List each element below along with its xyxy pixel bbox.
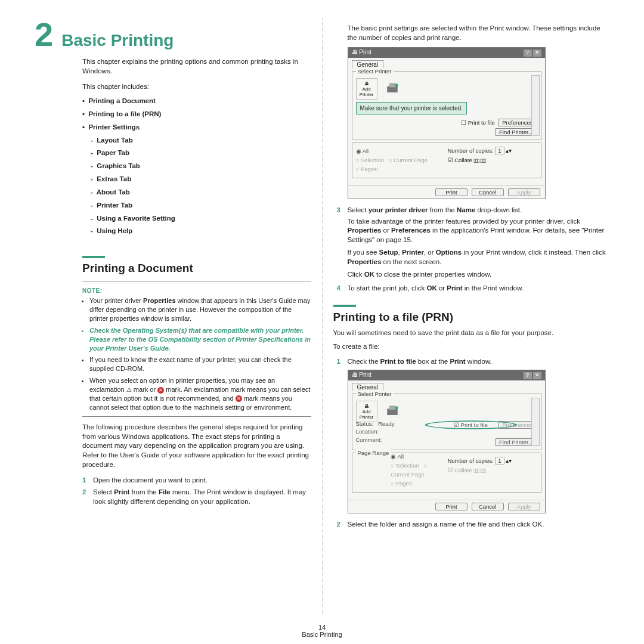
svg-rect-4 xyxy=(389,405,395,410)
fieldset-label: Page Range xyxy=(356,450,391,481)
divider xyxy=(82,281,311,281)
chapter-number: 2 xyxy=(35,18,53,51)
toc-item: • Printing to a file (PRN) xyxy=(82,108,311,121)
toc-subitem: - Layout Tab xyxy=(91,134,311,147)
print-button: Print xyxy=(435,503,467,510)
footer-label: Basic Printing xyxy=(0,631,644,638)
dialog-titlebar: 🖶 Print ?✕ xyxy=(348,370,545,380)
add-printer-icon: 🖶Add Printer xyxy=(356,401,377,422)
status-row: Status: Ready Location: Comment: ☑ Print… xyxy=(356,420,537,446)
selected-printer-icon xyxy=(382,78,402,98)
copies-spinner: 1 xyxy=(495,147,504,154)
page-range-options: ◉ All ○ Selection ○ Current Page ○ Pages… xyxy=(391,452,447,488)
toc-list: • Printing a Document • Printing to a fi… xyxy=(82,95,311,238)
callout-printer-selected: Make sure that your printer is selected. xyxy=(356,102,467,114)
section-heading-print-to-file: Printing to a file (PRN) xyxy=(333,311,610,324)
page-range-options: ◉ All ○ Selection ○ Current Page ○ Pages… xyxy=(356,147,448,174)
copies-area: Number of copies: 1 ▴▾ ☑ Collate ▯▯▯ ▯▯▯ xyxy=(448,457,537,488)
page-number: 14 xyxy=(0,624,644,631)
dialog-buttons: Print Cancel Apply xyxy=(348,500,545,513)
titlebar-icons: ?✕ xyxy=(522,49,541,57)
select-printer-fieldset: Select Printer 🖶Add Printer Status: Read… xyxy=(352,394,541,450)
dialog-body: General Select Printer 🖶Add Printer Stat… xyxy=(348,380,545,500)
page-range-fieldset: Page Range ◉ All ○ Selection ○ Current P… xyxy=(352,453,541,493)
chapter-title: Basic Printing xyxy=(61,32,174,49)
page: 2 Basic Printing This chapter explains t… xyxy=(0,0,644,620)
step: 2Select the folder and assign a name of … xyxy=(337,519,610,529)
toc-subitem: - Using Help xyxy=(91,225,311,238)
add-printer-icon: 🖶Add Printer xyxy=(356,78,377,100)
select-printer-fieldset: Select Printer 🖶Add Printer Make sure th… xyxy=(352,71,541,140)
cancel-button: Cancel xyxy=(472,503,504,510)
step: 4To start the print job, click OK or Pri… xyxy=(337,283,610,293)
titlebar-icons: ?✕ xyxy=(522,371,541,379)
dialog-body: General Select Printer 🖶Add Printer Make… xyxy=(348,58,545,185)
toc-item: • Printing a Document xyxy=(82,95,311,108)
step: 1Open the document you want to print. xyxy=(82,475,311,485)
toc-subitem: - Graphics Tab xyxy=(91,160,311,173)
includes-label: This chapter includes: xyxy=(82,83,311,90)
dialog-titlebar: 🖶 Print ?✕ xyxy=(348,48,545,58)
toc-subitem: - Printer Tab xyxy=(91,199,311,212)
step: 2Select Print from the File menu. The Pr… xyxy=(82,487,311,506)
scrollbar xyxy=(531,75,540,136)
toc-item: • Printer Settings xyxy=(82,121,311,134)
scrollbar xyxy=(531,398,540,446)
svg-point-2 xyxy=(395,83,398,86)
help-icon: ? xyxy=(524,49,532,57)
chapter-header: 2 Basic Printing xyxy=(35,18,311,51)
section-heading-printing-document: Printing a Document xyxy=(82,262,311,275)
note-list: Your printer driver Properties window th… xyxy=(82,296,311,411)
note-item: When you select an option in printer pro… xyxy=(89,376,311,411)
collate-icon: ▯▯▯ ▯▯▯ xyxy=(473,158,485,163)
page-range-fieldset: ◉ All ○ Selection ○ Current Page ○ Pages… xyxy=(352,143,541,178)
step-detail: To take advantage of the printer feature… xyxy=(348,217,610,245)
error-circle-icon: ✕ xyxy=(157,387,164,394)
left-column: 2 Basic Printing This chapter explains t… xyxy=(24,18,323,614)
print-dialog-screenshot-2: 🖶 Print ?✕ General Select Printer 🖶Add P… xyxy=(348,370,546,513)
help-icon: ? xyxy=(524,372,532,379)
error-circle-icon: ✕ xyxy=(236,395,242,402)
copies-spinner: 1 xyxy=(495,457,504,465)
general-tab: General xyxy=(352,383,384,391)
apply-button: Apply xyxy=(508,188,540,196)
note-item-italic: Check the Operating System(s) that are c… xyxy=(89,326,311,353)
dialog-buttons: Print Cancel Apply xyxy=(348,185,545,199)
svg-rect-1 xyxy=(389,83,395,87)
dialog-title: Print xyxy=(359,49,371,55)
dialog-title: Print xyxy=(359,371,371,378)
print-dialog-screenshot: 🖶 Print ?✕ General Select Printer 🖶Add P… xyxy=(348,47,546,199)
prn-intro: You will sometimes need to save the prin… xyxy=(333,329,610,338)
general-tab: General xyxy=(352,60,384,69)
close-icon: ✕ xyxy=(533,49,541,57)
note-item: Your printer driver Properties window th… xyxy=(89,296,311,323)
apply-button: Apply xyxy=(508,503,540,510)
step-detail: Click OK to close the printer properties… xyxy=(348,270,610,280)
selected-printer-icon xyxy=(382,401,402,421)
right-intro: The basic print settings are selected wi… xyxy=(348,24,610,42)
fieldset-label: Select Printer xyxy=(356,68,394,75)
step: 3Select your printer driver from the Nam… xyxy=(337,205,610,215)
toc-subitem: - About Tab xyxy=(91,186,311,199)
note-label: NOTE: xyxy=(82,287,311,294)
section-rule xyxy=(333,305,356,307)
fieldset-label: Select Printer xyxy=(356,391,394,397)
procedure-intro: The following procedure describes the ge… xyxy=(82,423,311,469)
toc-subitem: - Paper Tab xyxy=(91,147,311,160)
cancel-button: Cancel xyxy=(472,188,504,196)
toc-subitem: - Extras Tab xyxy=(91,173,311,186)
collate-icon: ▯▯▯ ▯▯▯ xyxy=(473,468,485,473)
page-footer: 14 Basic Printing xyxy=(0,624,644,638)
section-rule xyxy=(82,256,105,258)
print-button: Print xyxy=(435,188,467,196)
chapter-intro: This chapter explains the printing optio… xyxy=(82,57,311,76)
close-icon: ✕ xyxy=(533,372,541,379)
copies-area: Number of copies: 1 ▴▾ ☑ Collate ▯▯▯ ▯▯▯ xyxy=(448,147,537,174)
divider xyxy=(82,416,311,417)
step-detail: If you see Setup, Printer, or Options in… xyxy=(348,248,610,267)
svg-point-5 xyxy=(395,406,398,409)
note-item: If you need to know the exact name of yo… xyxy=(89,355,311,373)
right-column: The basic print settings are selected wi… xyxy=(323,18,621,614)
warning-triangle-icon: ⚠ xyxy=(126,386,132,394)
toc-subitem: - Using a Favorite Setting xyxy=(91,212,311,225)
